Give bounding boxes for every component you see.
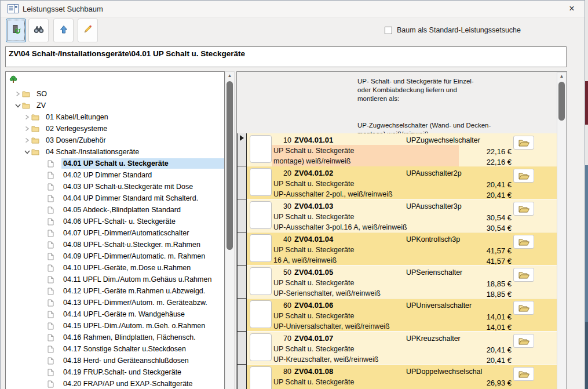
tree-item[interactable]: 04.10 UPFL-Geräte, m.Dose u.Rahmen [6,262,224,274]
tree-item-label[interactable]: 04.03 UP Schalt-u.Steckgeräte mit Dose [61,181,224,192]
expander-chevron-icon[interactable] [39,346,47,353]
tree-item-label[interactable]: 04.15 UPFL-Dim./Autom. m.Geh. o.Rahmen [61,321,224,331]
tree-item-label[interactable]: 04.12 UPFL-Geräte m.Rahmen u.Abzweigd. [61,286,224,296]
tree-item[interactable]: 04.05 Abdeck-,Blindplatten Standard [6,204,224,216]
expander-chevron-icon[interactable] [39,334,47,341]
row-field-cell[interactable] [250,201,272,229]
tree-item-label[interactable]: 04.16 Rahmen, Blindplatten, Flächensch. [61,332,224,343]
expander-chevron-icon[interactable] [39,218,47,226]
tree-item[interactable]: 04 Schalt-/Installationsgeräte [6,146,224,158]
tree-item[interactable]: 04.13 UPFL-Dimmer/Autom. m. Geräteabzw. [6,297,224,308]
expander-chevron-icon[interactable] [39,183,47,191]
search-button[interactable] [28,19,49,42]
expander-chevron-icon[interactable] [39,241,47,249]
tree-item-label[interactable]: 04.11 UPFL Dim./Autom m.Gehäus u.Rahmen [61,274,224,285]
tree-item[interactable]: 02 Verlegesysteme [6,123,224,134]
row-field-cell[interactable] [250,333,272,361]
expander-chevron-icon[interactable] [39,160,47,168]
detail-scrollbar[interactable]: ▲ [557,72,567,389]
tree-item[interactable]: 04.04 UP Dimmer Standard mit Schalterd. [6,192,224,204]
scroll-up-icon[interactable]: ▲ [225,73,234,78]
open-folder-button[interactable] [513,268,534,282]
expander-chevron-icon[interactable] [39,172,47,179]
open-folder-button[interactable] [513,301,534,315]
record-selector[interactable] [237,166,247,199]
record-selector[interactable] [237,133,247,166]
tree-item-label[interactable]: 04 Schalt-/Installationsgeräte [44,147,224,157]
expander-chevron-icon[interactable] [39,264,47,272]
edit-button[interactable] [78,19,98,42]
record-selector[interactable] [237,364,247,389]
open-folder-button[interactable] [513,202,534,216]
tree-item-label[interactable]: 04.13 UPFL-Dimmer/Autom. m. Geräteabzw. [61,297,224,308]
tree-item-label[interactable]: 04.09 UPFL-Dimmer/Automatic. m. Rahmen [61,251,224,261]
tree-item-label[interactable]: 04.17 Sonstige Schalter u.Steckdosen [61,344,224,354]
tree-item-label[interactable]: 04.06 UPFL-Schalt- u. Steckgeräte [61,216,224,227]
expander-chevron-icon[interactable] [39,253,47,260]
tree-item-label[interactable]: ZV [35,100,224,111]
tree-item[interactable]: 04.03 UP Schalt-u.Steckgeräte mit Dose [6,181,224,192]
row-field-cell[interactable] [250,234,272,262]
expander-chevron-icon[interactable] [39,380,47,388]
expander-chevron-icon[interactable] [14,90,21,98]
expander-chevron-icon[interactable] [39,311,47,318]
tree-item[interactable]: 04.14 UPFL-Geräte m. Wandgehäuse [6,308,224,320]
tree-item-label[interactable]: SO [35,89,224,99]
expander-chevron-icon[interactable] [39,276,47,283]
leistungsset-row[interactable]: 70 ZV04.01.07 UPKreuzschalter UP Schalt … [237,332,558,365]
tree-item[interactable]: 04.20 FRAP/AP und EXAP-Schaltgeräte [6,378,224,389]
leistungsset-row[interactable]: 60 ZV04.01.06 UPUniversalschalter UP Sch… [237,299,558,332]
tree-item[interactable]: 03 Dosen/Zubehör [6,134,224,146]
tree-item-label[interactable]: 04.05 Abdeck-,Blindplatten Standard [61,205,224,215]
row-field-cell[interactable] [250,135,272,163]
expander-chevron-icon[interactable] [39,195,47,202]
expander-chevron-icon[interactable] [39,322,47,330]
tree-scrollbar[interactable]: ▲ [225,71,235,389]
expander-chevron-icon[interactable] [23,125,31,133]
expander-chevron-icon[interactable] [14,102,21,110]
expander-chevron-icon[interactable] [39,206,47,214]
row-field-cell[interactable] [250,168,272,196]
tree-item-label[interactable]: 04.01 UP Schalt u. Steckgeräte [61,158,224,169]
scroll-up-icon[interactable]: ▲ [557,74,566,79]
tree-item[interactable]: 04.11 UPFL Dim./Autom m.Gehäus u.Rahmen [6,274,224,285]
tree-item[interactable]: 04.18 Herd- und Geräteanschlußdosen [6,355,224,366]
tree-item[interactable]: ZV [6,100,224,111]
open-folder-button[interactable] [513,136,534,150]
tree-item-label[interactable]: 04.07 UPFL-Dimmer/Automaticschalter [61,228,224,238]
record-selector[interactable] [237,298,247,332]
row-field-cell[interactable] [250,267,272,295]
tree-item[interactable]: 04.02 UP Dimmer Standard [6,169,224,181]
tree-item-label[interactable]: 04.08 UPFL-Schalt-u.Steckger. m.Rahmen [61,239,224,250]
tree-item-label[interactable]: 04.20 FRAP/AP und EXAP-Schaltgeräte [61,379,224,389]
tree-item-label[interactable]: 02 Verlegesysteme [44,123,224,134]
expander-chevron-icon[interactable] [39,230,47,237]
expander-chevron-icon[interactable] [39,299,47,307]
leistungsset-row[interactable]: 40 ZV04.01.04 UPKontrollsch3p UP Schalt … [237,232,558,266]
record-selector[interactable] [237,232,247,266]
expander-chevron-icon[interactable] [23,148,31,156]
standard-search-checkbox[interactable]: Baum als Standard-Leistungssetsuche [385,26,521,34]
row-field-cell[interactable] [250,366,272,389]
tree-item-label[interactable]: 01 Kabel/Leitungen [44,112,224,122]
detail-scrollbar-thumb[interactable] [558,82,565,121]
tree-item-label[interactable]: 04.02 UP Dimmer Standard [61,170,224,180]
open-folder-button[interactable] [513,334,534,348]
tree-item[interactable]: 01 Kabel/Leitungen [6,111,224,123]
leistungsset-row[interactable]: 50 ZV04.01.05 UPSerienschalter UP Schalt… [237,266,558,299]
tree-item-label[interactable]: 04.18 Herd- und Geräteanschlußdosen [61,355,224,366]
tree-item[interactable]: 04.06 UPFL-Schalt- u. Steckgeräte [6,216,224,227]
open-folder-button[interactable] [513,169,534,183]
expander-chevron-icon[interactable] [23,137,31,144]
expander-chevron-icon[interactable] [39,357,47,365]
tree-item[interactable]: 04.07 UPFL-Dimmer/Automaticschalter [6,227,224,239]
tree-item[interactable]: 04.08 UPFL-Schalt-u.Steckger. m.Rahmen [6,239,224,250]
record-selector[interactable] [237,265,247,299]
record-selector[interactable] [237,199,247,232]
level-up-button[interactable] [53,19,74,42]
close-icon[interactable]: × [565,3,578,14]
open-folder-button[interactable] [513,367,534,381]
tree-item[interactable]: 04.12 UPFL-Geräte m.Rahmen u.Abzweigd. [6,285,224,297]
checkbox-box[interactable] [385,27,392,34]
tree-item[interactable]: SO [6,88,224,100]
